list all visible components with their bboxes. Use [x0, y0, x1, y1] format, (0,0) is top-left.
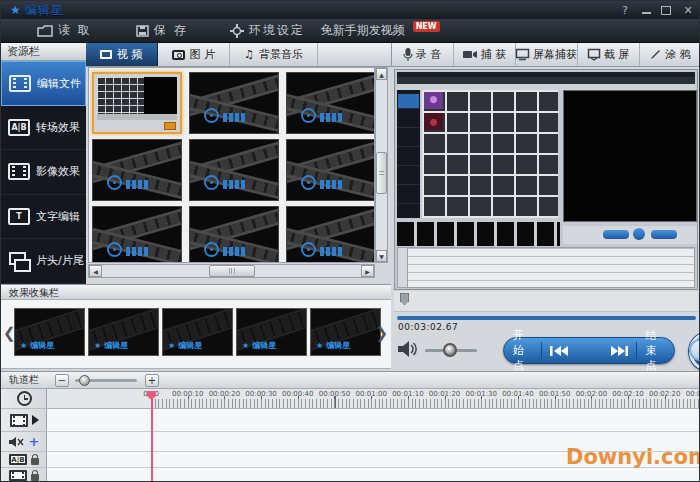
scroll-left-arrow[interactable]: ◀: [89, 265, 102, 277]
scrollbar-thumb[interactable]: [376, 152, 387, 194]
seek-marker-icon[interactable]: [400, 293, 409, 305]
sidebar-item-video-effects[interactable]: 影像效果: [1, 150, 86, 195]
mini-sidebar-active-item: [398, 94, 419, 108]
tab-capture[interactable]: 捕 获: [454, 43, 516, 66]
effect-thumbnail[interactable]: ★编辑星: [162, 308, 233, 356]
new-badge: NEW: [413, 21, 440, 32]
monitor-icon: [516, 49, 529, 60]
video-track-lane[interactable]: [47, 409, 700, 432]
settings-button[interactable]: 环境设定: [230, 22, 305, 39]
timeline-playhead[interactable]: [151, 391, 153, 482]
folder-icon: [37, 25, 53, 37]
tab-record-audio[interactable]: 录 音: [392, 43, 454, 66]
video-thumbnail[interactable]: [189, 72, 279, 134]
effect-thumbnail[interactable]: ★编辑星: [236, 308, 307, 356]
frames-icon: [8, 252, 30, 269]
sidebar-item-transitions[interactable]: A|B 转场效果: [1, 106, 86, 151]
main-toolbar: 读 取 保 存 环境设定 免新手期发视频 NEW: [1, 19, 700, 43]
ruler-label: 00:01:40: [502, 390, 533, 398]
effect-track-lane[interactable]: [47, 468, 700, 482]
load-button[interactable]: 读 取: [37, 22, 92, 39]
video-thumbnail-grid: [88, 67, 375, 263]
timeline-header: 轨道栏 − +: [1, 371, 700, 389]
camera-icon: [172, 50, 185, 60]
sidebar-item-label: 片头/片尾: [36, 253, 84, 268]
ab-track-icon: A|B: [9, 454, 27, 465]
transport-controls: 开始点 结束点: [391, 333, 700, 371]
video-thumbnail[interactable]: [286, 206, 375, 263]
tab-screen-capture[interactable]: 屏幕捕获: [516, 43, 578, 66]
grid-vertical-scrollbar[interactable]: ▲ ▼: [375, 67, 388, 263]
music-note-icon: ♫: [244, 48, 254, 61]
effect-watermark: 编辑星: [178, 340, 202, 351]
timeline-zoom-slider[interactable]: [75, 379, 137, 382]
tab-image[interactable]: 图 片: [158, 43, 231, 66]
volume-slider-knob[interactable]: [443, 343, 457, 357]
help-button[interactable]: ?: [618, 5, 632, 16]
seek-strip[interactable]: [394, 291, 698, 312]
title-bar: ★ 编辑星 ? ✕: [1, 1, 700, 19]
close-button[interactable]: ✕: [681, 5, 695, 16]
save-button[interactable]: 保 存: [136, 22, 188, 39]
track-header-video[interactable]: [1, 409, 47, 432]
tab-screenshot[interactable]: 截 屏: [578, 43, 640, 66]
ruler-label: 00:00:40: [282, 390, 313, 398]
playback-time: 00:03:02.67: [398, 322, 458, 332]
sidebar-item-label: 转场效果: [36, 120, 80, 135]
speaker-icon[interactable]: [398, 340, 420, 358]
timeline-zoom-out-button[interactable]: −: [55, 374, 69, 387]
track-header-audio[interactable]: +: [1, 432, 47, 452]
disk-icon: [136, 25, 149, 37]
track-header-effect[interactable]: [1, 468, 47, 482]
tab-doodle[interactable]: 涂 鸦: [640, 43, 700, 66]
timeline-zoom-knob[interactable]: [79, 375, 90, 386]
end-point-button[interactable]: 结束点: [637, 338, 674, 363]
mini-thumbnail-grid: [422, 90, 558, 218]
track-header-transition[interactable]: A|B: [1, 452, 47, 468]
capture-tab-bar: 录 音 捕 获 屏幕捕获 截 屏 涂 鸦: [391, 43, 700, 67]
ruler-label: 00:01:20: [429, 390, 460, 398]
timeline-ruler[interactable]: 0:0000:00:1000:00:2000:00:3000:00:4000:0…: [47, 389, 700, 409]
sidebar-item-text-edit[interactable]: T 文字编辑: [1, 195, 86, 240]
start-point-button[interactable]: 开始点: [504, 338, 541, 363]
effect-thumbnail[interactable]: ★编辑星: [14, 308, 85, 356]
mini-button: [603, 230, 629, 239]
add-track-icon[interactable]: +: [29, 435, 40, 448]
video-thumbnail[interactable]: [92, 139, 182, 201]
microphone-icon: [404, 48, 412, 61]
scroll-right-arrow[interactable]: ▶: [361, 265, 374, 277]
video-thumbnail[interactable]: [189, 206, 279, 263]
previous-button[interactable]: [542, 345, 576, 357]
tab-label: 屏幕捕获: [533, 47, 577, 62]
grid-horizontal-scrollbar[interactable]: ◀ ▶: [88, 264, 375, 278]
effects-next-arrow[interactable]: ❯: [375, 324, 388, 342]
scroll-down-arrow[interactable]: ▼: [376, 250, 387, 262]
ruler-label: 00:01:10: [392, 390, 423, 398]
playback-progress-bar[interactable]: [397, 316, 696, 320]
video-thumbnail[interactable]: [189, 139, 279, 201]
timeline-zoom-in-button[interactable]: +: [145, 374, 159, 387]
play-track-icon: [32, 415, 39, 425]
maximize-button[interactable]: [661, 6, 671, 15]
film-effect-track-icon: [9, 470, 27, 481]
video-thumbnail-selected[interactable]: [92, 72, 182, 134]
promo-button[interactable]: 免新手期发视频 NEW: [321, 22, 440, 39]
sidebar-item-edit-files[interactable]: 编辑文件: [1, 61, 86, 106]
star-icon: ★: [168, 341, 175, 350]
tab-video[interactable]: 视 频: [86, 43, 158, 66]
effect-thumbnail[interactable]: ★编辑星: [310, 308, 381, 356]
minimize-button[interactable]: [642, 6, 651, 14]
scroll-up-arrow[interactable]: ▲: [376, 68, 387, 80]
video-thumbnail[interactable]: [286, 72, 375, 134]
thumb-mini-preview: [144, 77, 177, 115]
video-thumbnail[interactable]: [286, 139, 375, 201]
scrollbar-thumb[interactable]: [209, 265, 255, 277]
film-effect-icon: [8, 163, 30, 180]
mini-thumbnail-colored: [424, 113, 443, 130]
next-button[interactable]: [602, 345, 636, 357]
effect-thumbnail[interactable]: ★编辑星: [88, 308, 159, 356]
sidebar-item-intro-outro[interactable]: 片头/片尾: [1, 239, 86, 284]
video-thumbnail[interactable]: [92, 206, 182, 263]
tab-music[interactable]: ♫ 背景音乐: [230, 43, 318, 66]
tab-video-label: 视 频: [117, 47, 143, 62]
